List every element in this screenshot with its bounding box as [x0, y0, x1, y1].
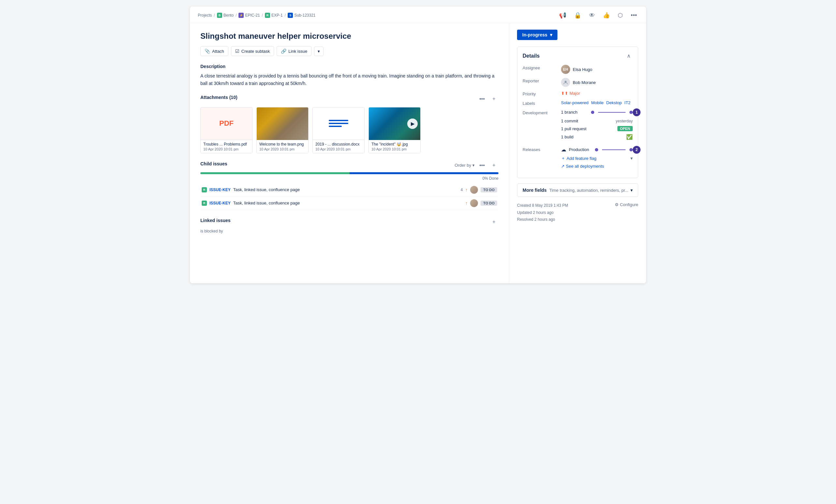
child-issue-row-2[interactable]: R ISSUE-KEY Task, linked issue, confluen… — [201, 197, 498, 210]
child-issues-title: Child issues — [201, 161, 227, 167]
exp-icon: R — [265, 13, 270, 18]
chevron-down-icon: ▾ — [550, 32, 552, 37]
dev-commit-row: 1 commit yesterday — [561, 118, 633, 123]
add-feature-row: ＋ Add feature flag ▾ — [561, 155, 633, 161]
attach-button[interactable]: 📎 Attach — [201, 46, 228, 56]
attachments-actions: ••• ＋ — [477, 95, 498, 103]
attachment-card-doc[interactable]: 2019 - ... discussion.docx 10 Apr 2020 1… — [312, 107, 365, 153]
linked-issues-add-button[interactable]: ＋ — [489, 218, 498, 226]
progress-label: 0% Done — [201, 176, 498, 181]
assignee-label: Assignee — [522, 65, 558, 70]
chevron-down-icon: ▾ — [472, 163, 475, 168]
create-subtask-button[interactable]: ☑ Create subtask — [231, 46, 274, 56]
plus-icon: ＋ — [561, 155, 565, 161]
labels-value: Solar-powered Mobile Dekstop IT2 — [561, 100, 633, 105]
issue-key: ISSUE-KEY — [209, 188, 231, 192]
details-header: Details ∧ — [522, 52, 633, 60]
attachment-card-pdf[interactable]: PDF Troubles ... Problems.pdf 10 Apr 202… — [201, 107, 252, 153]
chevron-down-icon: ▾ — [630, 188, 633, 193]
attachments-grid: PDF Troubles ... Problems.pdf 10 Apr 202… — [201, 107, 498, 153]
label-it2[interactable]: IT2 — [625, 100, 631, 105]
more-button[interactable]: ••• — [629, 11, 638, 20]
resolved-text: Resolved 2 hours ago — [517, 216, 568, 224]
more-fields-row[interactable]: More fields Time tracking, automation, r… — [517, 183, 638, 197]
attachments-more-button[interactable]: ••• — [477, 95, 487, 102]
add-feature-button[interactable]: ＋ Add feature flag — [561, 155, 596, 161]
attachment-date: 10 Apr 2020 10:01 pm — [372, 147, 418, 151]
pdf-thumbnail: PDF — [201, 108, 252, 140]
story-points: 4 — [461, 188, 463, 192]
progress-bar — [201, 172, 498, 174]
child-issue-row-1[interactable]: R ISSUE-KEY Task, linked issue, confluen… — [201, 183, 498, 197]
dev-build-row: 1 build ✅ — [561, 134, 633, 140]
breadcrumb-exp[interactable]: R EXP-1 — [265, 13, 283, 18]
breadcrumb-projects[interactable]: Projects — [198, 13, 212, 18]
bento-icon: B — [217, 13, 222, 18]
cloud-icon: ☁ — [561, 147, 566, 153]
child-issues-header: Child issues Order by ▾ ••• ＋ — [201, 161, 498, 170]
detail-row-development: Development 1 branch 1 — [522, 110, 633, 142]
more-actions-button[interactable]: ▾ — [314, 46, 324, 56]
share-button[interactable]: ⬡ — [616, 11, 624, 20]
attachment-date: 10 Apr 2020 10:01 pm — [203, 147, 250, 151]
breadcrumb-epic[interactable]: ⚡ EPIC-21 — [239, 13, 260, 18]
progress-fill-in-progress — [349, 172, 499, 174]
created-text: Created 8 May 2019 1:43 PM — [517, 202, 568, 209]
assignee-value[interactable]: EH Elsa Hugo — [561, 65, 633, 74]
top-actions: 📢 🔒 👁 👍 ⬡ ••• — [558, 11, 638, 20]
child-issues-add-button[interactable]: ＋ — [489, 161, 498, 169]
attachment-name: Welcome to the team.png — [259, 142, 306, 147]
branch-line — [598, 112, 626, 113]
attachment-card-img1[interactable]: Welcome to the team.png 10 Apr 2020 10:0… — [256, 107, 308, 153]
watch-button[interactable]: 👁 — [588, 11, 596, 20]
label-mobile[interactable]: Mobile — [591, 100, 604, 105]
breadcrumb-sub[interactable]: S Sub-123321 — [288, 13, 316, 18]
release-row: ☁ Production 2 — [561, 147, 633, 153]
link-icon: 🔗 — [281, 49, 286, 54]
attachment-card-img2[interactable]: ▶ The "incident" 🤯.jpg 10 Apr 2020 10:01… — [368, 107, 421, 153]
child-issues-more-button[interactable]: ••• — [477, 162, 487, 169]
issue-summary: Task, linked issue, confluence page — [233, 200, 463, 206]
attachment-name: 2019 - ... discussion.docx — [316, 142, 362, 147]
action-bar: 📎 Attach ☑ Create subtask 🔗 Link issue ▾ — [201, 46, 498, 56]
circle-1: 1 — [633, 109, 641, 116]
priority-value[interactable]: ⬆⬆ Major — [561, 91, 633, 96]
thumbsup-button[interactable]: 👍 — [602, 11, 611, 20]
megaphone-button[interactable]: 📢 — [558, 11, 568, 20]
linked-issues-section: Linked issues ＋ is blocked by — [201, 218, 498, 233]
attachment-date: 10 Apr 2020 10:01 pm — [259, 147, 306, 151]
priority-major-icon: ⬆⬆ — [561, 91, 568, 96]
dev-pr-row: 1 pull request OPEN — [561, 126, 633, 131]
epic-icon: ⚡ — [239, 13, 244, 18]
attachments-add-button[interactable]: ＋ — [489, 95, 498, 103]
label-solar[interactable]: Solar-powered — [561, 100, 589, 105]
details-collapse-button[interactable]: ∧ — [625, 52, 633, 60]
configure-button[interactable]: ⚙ Configure — [615, 202, 638, 207]
updated-text: Updated 2 hours ago — [517, 209, 568, 216]
lock-button[interactable]: 🔒 — [573, 11, 583, 20]
breadcrumb-bento[interactable]: B Bento — [217, 13, 233, 18]
description-section: Description A close terrestrial analogy … — [201, 64, 498, 87]
reporter-avatar — [561, 78, 570, 87]
breadcrumb: Projects / B Bento / ⚡ EPIC-21 / R EXP-1… — [198, 13, 316, 18]
link-issue-button[interactable]: 🔗 Link issue — [277, 46, 311, 56]
order-by-button[interactable]: Order by ▾ — [455, 163, 475, 168]
issue-title: Slingshot maneuver helper microservice — [201, 31, 498, 41]
see-deployments-button[interactable]: ↗ See all deployments — [561, 164, 604, 169]
detail-row-releases: Releases ☁ Production 2 — [522, 147, 633, 169]
next-arrow[interactable]: ▶ — [407, 118, 418, 129]
avatar — [470, 199, 478, 207]
branch-text[interactable]: 1 branch — [561, 110, 588, 115]
more-fields-title: More fields — [522, 188, 547, 193]
subtask-icon: ☑ — [235, 49, 240, 54]
label-dekstop[interactable]: Dekstop — [606, 100, 622, 105]
open-badge: OPEN — [618, 126, 633, 131]
attachments-section: Attachments (10) ••• ＋ PDF — [201, 95, 498, 153]
issue-type-icon: R — [202, 187, 207, 192]
detail-row-labels: Labels Solar-powered Mobile Dekstop IT2 — [522, 100, 633, 106]
circle-2: 2 — [633, 146, 641, 154]
img2-thumbnail: ▶ — [369, 108, 420, 140]
status-button[interactable]: In-progress ▾ — [517, 30, 557, 40]
reporter-value[interactable]: Bob Morane — [561, 78, 633, 87]
detail-row-priority: Priority ⬆⬆ Major — [522, 91, 633, 96]
